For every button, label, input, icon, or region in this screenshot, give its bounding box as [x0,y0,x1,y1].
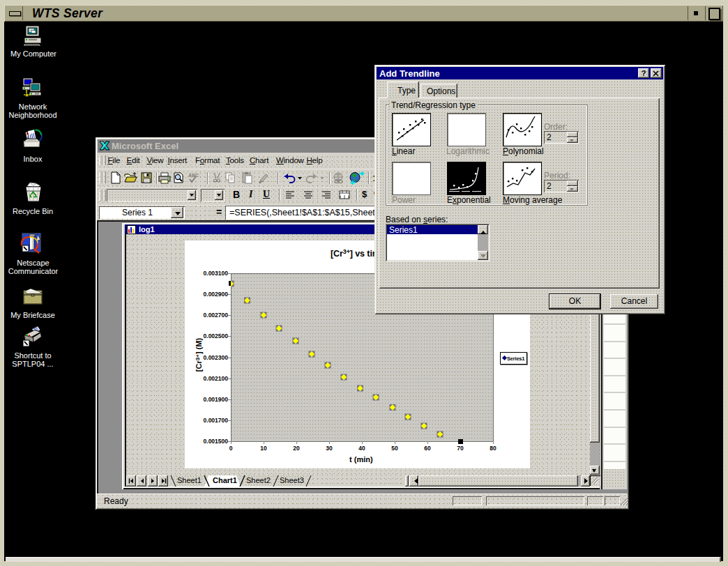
svg-text:ABC: ABC [188,173,199,178]
